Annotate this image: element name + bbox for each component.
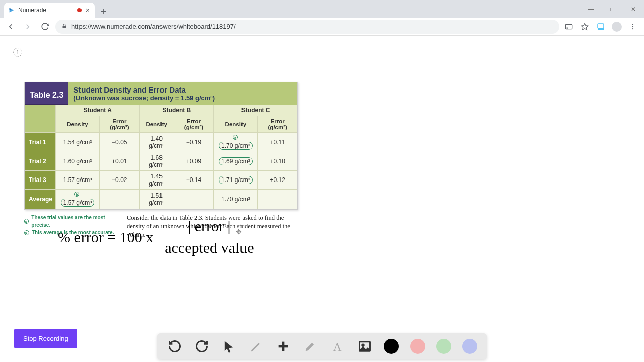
svg-point-9 [632,26,633,27]
browser-tab[interactable]: Numerade × [4,3,95,18]
extension-icon[interactable] [596,22,606,32]
percent-error-formula[interactable]: % error = 100 x | error | accepted value… [58,218,261,256]
svg-rect-6 [598,24,604,28]
back-button[interactable] [4,20,17,33]
table-row: Trial 3 1.57 g/cm³−0.02 1.45 g/cm³−0.14 … [25,171,297,190]
pen-tool-button[interactable] [248,338,264,354]
table-row: Trial 1 1.54 g/cm³−0.05 1.40 g/cm³−0.19 … [25,133,297,152]
new-tab-button[interactable]: + [95,6,113,18]
url-text: https://www.numerade.com/answers/whitebo… [71,23,236,30]
recording-indicator-icon [77,8,82,12]
cast-icon[interactable] [564,22,574,32]
reload-button[interactable] [38,20,51,33]
profile-avatar-icon[interactable] [612,22,622,32]
bookmark-star-icon[interactable] [580,22,590,32]
formula-lhs: % error = 100 x [58,229,153,246]
undo-button[interactable] [167,338,183,354]
table-row: Trial 2 1.60 g/cm³+0.01 1.68 g/cm³+0.09 … [25,152,297,171]
whiteboard-toolbar: A [157,333,487,359]
svg-text:A: A [333,340,342,353]
table-subtitle: (Unknown was sucrose; density = 1.59 g/c… [73,94,292,102]
add-tool-button[interactable] [275,338,291,354]
window-minimize-icon[interactable]: — [581,2,602,16]
svg-rect-7 [598,28,604,30]
table-title: Student Density and Error Data [73,85,292,94]
window-close-icon[interactable]: ✕ [623,2,644,16]
browser-toolbar: https://www.numerade.com/answers/whitebo… [0,18,644,36]
svg-marker-5 [581,23,588,30]
color-black-button[interactable] [384,339,399,354]
svg-point-10 [632,28,633,29]
forward-button[interactable] [21,20,34,33]
column-student-b: Student B [139,105,214,116]
window-maximize-icon[interactable]: □ [602,2,623,16]
svg-rect-3 [565,24,572,29]
lock-icon [61,23,67,30]
column-student-c: Student C [214,105,297,116]
svg-point-4 [566,27,568,29]
color-green-button[interactable] [436,339,451,354]
svg-marker-11 [225,341,233,353]
color-red-button[interactable] [410,339,425,354]
pointer-tool-button[interactable] [221,338,237,354]
image-tool-button[interactable] [357,338,373,354]
svg-point-16 [362,344,364,346]
text-tool-button[interactable]: A [330,338,346,354]
column-student-a: Student A [55,105,139,116]
svg-point-8 [632,24,633,25]
density-data-table: Student A Student B Student C Density Er… [25,105,297,209]
stop-recording-button[interactable]: Stop Recording [14,329,77,348]
page-number-badge: 1 [13,48,22,57]
window-controls: — □ ✕ [581,0,644,18]
formula-numerator: | error | [168,218,251,236]
textbook-table-figure[interactable]: Table 2.3 Student Density and Error Data… [24,82,298,239]
tab-title: Numerade [18,7,74,14]
tab-close-icon[interactable]: × [85,6,91,14]
svg-rect-2 [63,26,66,28]
highlighter-tool-button[interactable] [302,338,318,354]
table-number: Table 2.3 [25,82,68,105]
color-blue-button[interactable] [462,339,477,354]
address-bar[interactable]: https://www.numerade.com/answers/whitebo… [55,20,559,34]
browser-tab-strip: Numerade × + — □ ✕ [0,0,644,18]
formula-denominator: accepted value [157,236,261,256]
redo-button[interactable] [194,338,210,354]
table-row: Average b1.57 g/cm³ 1.51 g/cm³ 1.70 g/cm… [25,190,297,209]
tab-favicon [8,7,15,14]
chrome-menu-icon[interactable] [628,22,638,32]
whiteboard-page[interactable]: 1 Table 2.3 Student Density and Error Da… [0,36,644,362]
